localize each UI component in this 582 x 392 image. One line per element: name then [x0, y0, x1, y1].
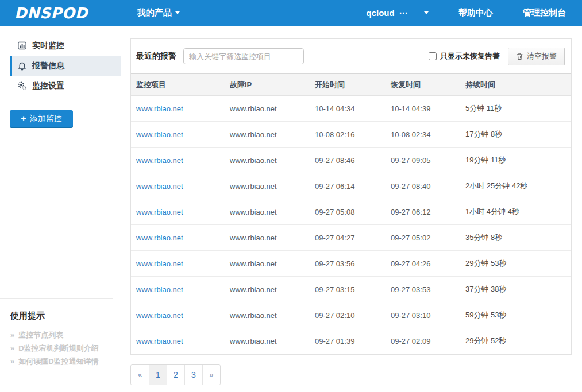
dnspod-logo[interactable]: DNSPOD [14, 5, 88, 22]
duration: 35分钟 8秒 [460, 225, 571, 251]
tip-link-node-list[interactable]: » 监控节点列表 [10, 328, 113, 341]
recover-time: 09-27 02:09 [386, 328, 460, 354]
duration: 1小时 4分钟 4秒 [460, 199, 571, 225]
clear-alerts-button[interactable]: 清空报警 [508, 48, 565, 65]
tip-link-downtime-rules[interactable]: » D监控宕机判断规则介绍 [10, 341, 113, 355]
pagination-next[interactable]: » [202, 365, 220, 385]
table-row: www.rbiao.net www.rbiao.net 10-08 02:16 … [131, 122, 571, 148]
alerts-toolbar: 最近的报警 只显示未恢复告警 清空报警 [131, 39, 571, 73]
tip-link-label: 如何读懂D监控通知详情 [18, 355, 98, 368]
top-navbar: DNSPOD 我的产品 qcloud_··· 帮助中心 管理控制台 [0, 0, 582, 26]
table-row: www.rbiao.net www.rbiao.net 09-27 06:14 … [131, 173, 571, 199]
navbar-right: qcloud_··· 帮助中心 管理控制台 [367, 7, 568, 18]
start-time: 09-27 03:15 [310, 277, 386, 302]
trash-icon [516, 52, 523, 60]
monitor-project-link[interactable]: www.rbiao.net [131, 199, 225, 225]
recover-time: 09-27 04:26 [386, 251, 460, 277]
gear-icon [17, 81, 27, 91]
chevron-down-icon [424, 11, 429, 14]
monitor-project-link[interactable]: www.rbiao.net [131, 328, 225, 354]
start-time: 09-27 03:56 [310, 251, 386, 277]
unrecovered-only-label[interactable]: 只显示未恢复告警 [440, 51, 500, 61]
sidebar-item-realtime-monitor[interactable]: 实时监控 [10, 36, 121, 56]
pagination: « 1 2 3 » [130, 364, 221, 385]
start-time: 09-27 06:14 [310, 173, 386, 199]
table-row: www.rbiao.net www.rbiao.net 09-27 05:08 … [131, 199, 571, 225]
table-row: www.rbiao.net www.rbiao.net 10-14 04:34 … [131, 96, 571, 122]
monitor-project-link[interactable]: www.rbiao.net [131, 251, 225, 277]
fault-ip: www.rbiao.net [225, 96, 310, 122]
duration: 5分钟 11秒 [460, 96, 571, 122]
tip-link-label: D监控宕机判断规则介绍 [18, 341, 98, 355]
bar-chart-icon [17, 41, 27, 51]
page-layout: 实时监控 报警信息 监控设置 + 添加监控 使用提示 » 监控节 [0, 26, 582, 392]
table-row: www.rbiao.net www.rbiao.net 09-27 03:15 … [131, 277, 571, 302]
nav-console[interactable]: 管理控制台 [523, 7, 566, 18]
duration: 2小时 25分钟 42秒 [460, 173, 571, 199]
fault-ip: www.rbiao.net [225, 302, 310, 328]
chevron-down-icon [175, 11, 180, 14]
duration: 59分钟 53秒 [460, 302, 571, 328]
duration: 19分钟 11秒 [460, 148, 571, 173]
col-header-start-time: 开始时间 [310, 74, 386, 96]
usage-tips-title: 使用提示 [10, 311, 113, 321]
col-header-fault-ip: 故障IP [225, 74, 310, 96]
duration: 37分钟 38秒 [460, 277, 571, 302]
duration: 29分钟 53秒 [460, 251, 571, 277]
start-time: 09-27 08:46 [310, 148, 386, 173]
account-name: qcloud_··· [367, 8, 408, 18]
recover-time: 09-27 05:02 [386, 225, 460, 251]
start-time: 10-08 02:16 [310, 122, 386, 148]
table-row: www.rbiao.net www.rbiao.net 09-27 02:10 … [131, 302, 571, 328]
pagination-prev[interactable]: « [131, 365, 149, 385]
start-time: 09-27 01:39 [310, 328, 386, 354]
pagination-page-2[interactable]: 2 [167, 365, 184, 385]
duration: 29分钟 52秒 [460, 328, 571, 354]
nav-help-center[interactable]: 帮助中心 [458, 7, 493, 18]
double-angle-icon: » [10, 341, 14, 355]
col-header-duration: 持续时间 [460, 74, 571, 96]
nav-my-products[interactable]: 我的产品 [137, 7, 180, 18]
pagination-page-1[interactable]: 1 [149, 365, 167, 385]
table-header-row: 监控项目 故障IP 开始时间 恢复时间 持续时间 [131, 74, 571, 96]
add-monitor-label: 添加监控 [30, 114, 62, 124]
double-angle-icon: » [10, 355, 14, 368]
recover-time: 10-14 04:39 [386, 96, 460, 122]
double-angle-icon: » [10, 328, 14, 341]
clear-alerts-label: 清空报警 [527, 51, 557, 61]
account-dropdown[interactable]: qcloud_··· [367, 8, 429, 18]
sidebar-item-alert-info[interactable]: 报警信息 [10, 56, 121, 76]
col-header-recover-time: 恢复时间 [386, 74, 460, 96]
recover-time: 09-27 03:10 [386, 302, 460, 328]
col-header-project: 监控项目 [131, 74, 225, 96]
fault-ip: www.rbiao.net [225, 251, 310, 277]
monitor-project-link[interactable]: www.rbiao.net [131, 148, 225, 173]
unrecovered-only-checkbox[interactable] [429, 52, 437, 60]
fault-ip: www.rbiao.net [225, 277, 310, 302]
monitor-project-link[interactable]: www.rbiao.net [131, 277, 225, 302]
recover-time: 09-27 09:05 [386, 148, 460, 173]
fault-ip: www.rbiao.net [225, 225, 310, 251]
pagination-page-3[interactable]: 3 [184, 365, 202, 385]
start-time: 09-27 04:27 [310, 225, 386, 251]
fault-ip: www.rbiao.net [225, 173, 310, 199]
monitor-project-link[interactable]: www.rbiao.net [131, 173, 225, 199]
start-time: 09-27 05:08 [310, 199, 386, 225]
alerts-card: 最近的报警 只显示未恢复告警 清空报警 监 [130, 38, 572, 355]
monitor-project-link[interactable]: www.rbiao.net [131, 225, 225, 251]
fault-ip: www.rbiao.net [225, 199, 310, 225]
monitor-project-link[interactable]: www.rbiao.net [131, 122, 225, 148]
recover-time: 09-27 08:40 [386, 173, 460, 199]
start-time: 10-14 04:34 [310, 96, 386, 122]
main-content: 最近的报警 只显示未恢复告警 清空报警 监 [121, 26, 582, 392]
add-monitor-button[interactable]: + 添加监控 [10, 110, 73, 128]
tip-link-notification-guide[interactable]: » 如何读懂D监控通知详情 [10, 355, 113, 368]
recover-time: 09-27 03:53 [386, 277, 460, 302]
sidebar-item-monitor-settings[interactable]: 监控设置 [10, 76, 121, 96]
monitor-project-link[interactable]: www.rbiao.net [131, 96, 225, 122]
search-input[interactable] [183, 48, 304, 64]
sidebar-item-label: 报警信息 [32, 61, 64, 71]
plus-icon: + [21, 114, 26, 123]
monitor-project-link[interactable]: www.rbiao.net [131, 302, 225, 328]
sidebar-item-label: 实时监控 [32, 41, 64, 51]
